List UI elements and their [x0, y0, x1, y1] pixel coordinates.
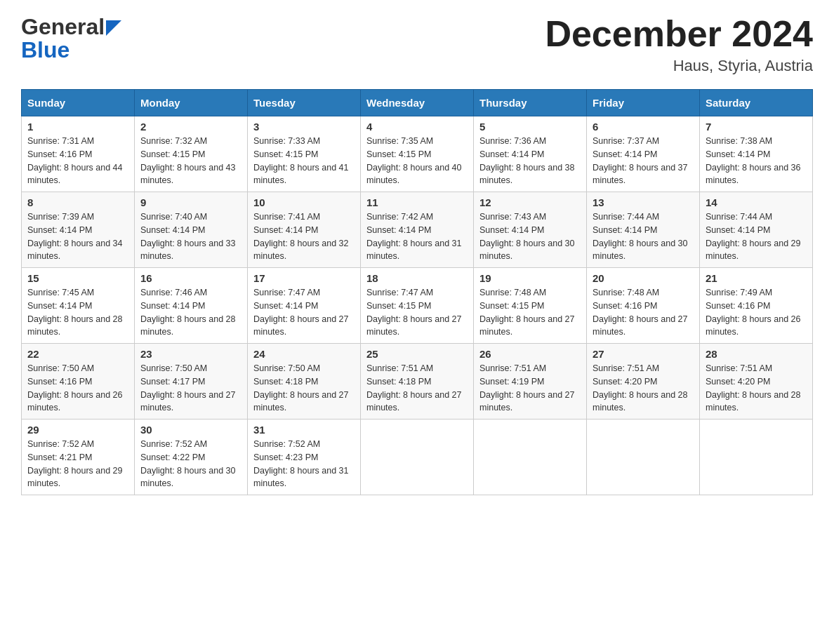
calendar-cell: 21Sunrise: 7:49 AMSunset: 4:16 PMDayligh… [700, 268, 813, 344]
calendar-cell: 11Sunrise: 7:42 AMSunset: 4:14 PMDayligh… [361, 192, 474, 268]
calendar-cell: 19Sunrise: 7:48 AMSunset: 4:15 PMDayligh… [474, 268, 587, 344]
weekday-header-thursday: Thursday [474, 90, 587, 116]
logo-text-general: General [21, 14, 105, 40]
day-info: Sunrise: 7:51 AMSunset: 4:20 PMDaylight:… [593, 362, 694, 415]
weekday-header-wednesday: Wednesday [361, 90, 474, 116]
day-info: Sunrise: 7:33 AMSunset: 4:15 PMDaylight:… [253, 135, 355, 187]
calendar-cell: 2Sunrise: 7:32 AMSunset: 4:15 PMDaylight… [135, 116, 248, 192]
day-info: Sunrise: 7:51 AMSunset: 4:20 PMDaylight:… [706, 362, 807, 415]
calendar-cell: 15Sunrise: 7:45 AMSunset: 4:14 PMDayligh… [22, 268, 135, 344]
day-info: Sunrise: 7:31 AMSunset: 4:16 PMDaylight:… [27, 135, 128, 187]
calendar-cell: 4Sunrise: 7:35 AMSunset: 4:15 PMDaylight… [361, 116, 474, 192]
calendar-cell: 27Sunrise: 7:51 AMSunset: 4:20 PMDayligh… [587, 344, 700, 420]
day-info: Sunrise: 7:44 AMSunset: 4:14 PMDaylight:… [706, 210, 807, 263]
logo-text-blue: Blue [21, 37, 70, 63]
calendar-week-4: 22Sunrise: 7:50 AMSunset: 4:16 PMDayligh… [22, 344, 813, 420]
day-number: 9 [140, 196, 241, 208]
calendar-week-5: 29Sunrise: 7:52 AMSunset: 4:21 PMDayligh… [22, 420, 813, 495]
day-number: 28 [706, 348, 807, 360]
day-info: Sunrise: 7:46 AMSunset: 4:14 PMDaylight:… [140, 286, 241, 339]
day-info: Sunrise: 7:32 AMSunset: 4:15 PMDaylight:… [140, 135, 241, 187]
calendar-cell: 20Sunrise: 7:48 AMSunset: 4:16 PMDayligh… [587, 268, 700, 344]
day-number: 13 [593, 196, 694, 208]
logo: General Blue [21, 14, 121, 63]
day-info: Sunrise: 7:52 AMSunset: 4:23 PMDaylight:… [253, 438, 355, 490]
calendar-cell: 8Sunrise: 7:39 AMSunset: 4:14 PMDaylight… [22, 192, 135, 268]
day-number: 26 [479, 348, 581, 360]
calendar-cell [700, 420, 813, 495]
weekday-header-friday: Friday [587, 90, 700, 116]
calendar-cell: 26Sunrise: 7:51 AMSunset: 4:19 PMDayligh… [474, 344, 587, 420]
day-info: Sunrise: 7:51 AMSunset: 4:19 PMDaylight:… [479, 362, 581, 415]
calendar-cell: 24Sunrise: 7:50 AMSunset: 4:18 PMDayligh… [248, 344, 361, 420]
calendar-cell: 22Sunrise: 7:50 AMSunset: 4:16 PMDayligh… [22, 344, 135, 420]
day-number: 21 [706, 272, 807, 284]
day-info: Sunrise: 7:35 AMSunset: 4:15 PMDaylight:… [366, 135, 468, 187]
day-number: 23 [140, 348, 241, 360]
calendar-cell: 1Sunrise: 7:31 AMSunset: 4:16 PMDaylight… [22, 116, 135, 192]
day-info: Sunrise: 7:39 AMSunset: 4:14 PMDaylight:… [27, 210, 128, 263]
calendar-cell: 5Sunrise: 7:36 AMSunset: 4:14 PMDaylight… [474, 116, 587, 192]
calendar-week-3: 15Sunrise: 7:45 AMSunset: 4:14 PMDayligh… [22, 268, 813, 344]
day-number: 2 [140, 121, 241, 133]
day-number: 24 [253, 348, 355, 360]
calendar-cell [587, 420, 700, 495]
day-number: 19 [479, 272, 581, 284]
day-info: Sunrise: 7:44 AMSunset: 4:14 PMDaylight:… [593, 210, 694, 263]
svg-marker-0 [106, 20, 121, 36]
day-number: 11 [366, 196, 468, 208]
day-number: 7 [706, 121, 807, 133]
day-info: Sunrise: 7:50 AMSunset: 4:17 PMDaylight:… [140, 362, 241, 415]
calendar-cell: 6Sunrise: 7:37 AMSunset: 4:14 PMDaylight… [587, 116, 700, 192]
calendar-cell [474, 420, 587, 495]
day-info: Sunrise: 7:37 AMSunset: 4:14 PMDaylight:… [593, 135, 694, 187]
day-number: 29 [27, 424, 128, 436]
day-info: Sunrise: 7:48 AMSunset: 4:16 PMDaylight:… [593, 286, 694, 339]
calendar-cell: 14Sunrise: 7:44 AMSunset: 4:14 PMDayligh… [700, 192, 813, 268]
weekday-header-row: SundayMondayTuesdayWednesdayThursdayFrid… [22, 90, 813, 116]
day-info: Sunrise: 7:50 AMSunset: 4:18 PMDaylight:… [253, 362, 355, 415]
day-info: Sunrise: 7:38 AMSunset: 4:14 PMDaylight:… [706, 135, 807, 187]
calendar-cell: 25Sunrise: 7:51 AMSunset: 4:18 PMDayligh… [361, 344, 474, 420]
day-info: Sunrise: 7:43 AMSunset: 4:14 PMDaylight:… [479, 210, 581, 263]
day-number: 3 [253, 121, 355, 133]
day-number: 16 [140, 272, 241, 284]
calendar-cell: 28Sunrise: 7:51 AMSunset: 4:20 PMDayligh… [700, 344, 813, 420]
day-info: Sunrise: 7:40 AMSunset: 4:14 PMDaylight:… [140, 210, 241, 263]
day-number: 31 [253, 424, 355, 436]
calendar-cell: 30Sunrise: 7:52 AMSunset: 4:22 PMDayligh… [135, 420, 248, 495]
page-header: General Blue December 2024 Haus, Styria,… [21, 14, 813, 75]
weekday-header-monday: Monday [135, 90, 248, 116]
day-info: Sunrise: 7:52 AMSunset: 4:21 PMDaylight:… [27, 438, 128, 490]
day-number: 20 [593, 272, 694, 284]
calendar-cell: 3Sunrise: 7:33 AMSunset: 4:15 PMDaylight… [248, 116, 361, 192]
day-number: 25 [366, 348, 468, 360]
weekday-header-sunday: Sunday [22, 90, 135, 116]
day-number: 6 [593, 121, 694, 133]
day-info: Sunrise: 7:47 AMSunset: 4:15 PMDaylight:… [366, 286, 468, 339]
calendar-cell: 10Sunrise: 7:41 AMSunset: 4:14 PMDayligh… [248, 192, 361, 268]
calendar-week-1: 1Sunrise: 7:31 AMSunset: 4:16 PMDaylight… [22, 116, 813, 192]
day-number: 18 [366, 272, 468, 284]
weekday-header-saturday: Saturday [700, 90, 813, 116]
day-info: Sunrise: 7:47 AMSunset: 4:14 PMDaylight:… [253, 286, 355, 339]
calendar-subtitle: Haus, Styria, Austria [545, 57, 813, 75]
day-number: 5 [479, 121, 581, 133]
calendar-table: SundayMondayTuesdayWednesdayThursdayFrid… [21, 89, 813, 495]
day-info: Sunrise: 7:36 AMSunset: 4:14 PMDaylight:… [479, 135, 581, 187]
day-info: Sunrise: 7:41 AMSunset: 4:14 PMDaylight:… [253, 210, 355, 263]
day-number: 27 [593, 348, 694, 360]
calendar-cell: 12Sunrise: 7:43 AMSunset: 4:14 PMDayligh… [474, 192, 587, 268]
calendar-cell [361, 420, 474, 495]
calendar-cell: 23Sunrise: 7:50 AMSunset: 4:17 PMDayligh… [135, 344, 248, 420]
logo-arrow-icon [106, 20, 121, 36]
weekday-header-tuesday: Tuesday [248, 90, 361, 116]
day-info: Sunrise: 7:50 AMSunset: 4:16 PMDaylight:… [27, 362, 128, 415]
day-number: 4 [366, 121, 468, 133]
day-info: Sunrise: 7:42 AMSunset: 4:14 PMDaylight:… [366, 210, 468, 263]
day-info: Sunrise: 7:52 AMSunset: 4:22 PMDaylight:… [140, 438, 241, 490]
day-info: Sunrise: 7:48 AMSunset: 4:15 PMDaylight:… [479, 286, 581, 339]
calendar-week-2: 8Sunrise: 7:39 AMSunset: 4:14 PMDaylight… [22, 192, 813, 268]
day-number: 17 [253, 272, 355, 284]
day-info: Sunrise: 7:49 AMSunset: 4:16 PMDaylight:… [706, 286, 807, 339]
